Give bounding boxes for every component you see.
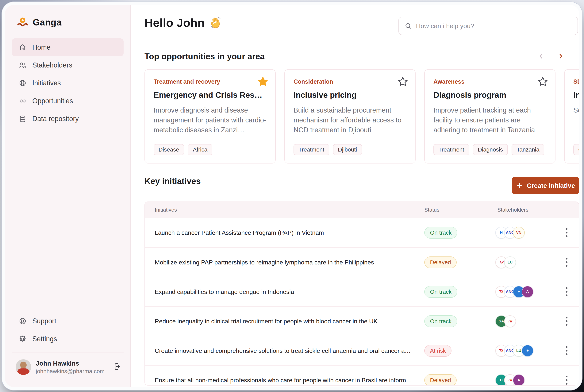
greeting-text: Hello John [144,16,205,30]
favorite-star-icon[interactable] [537,76,548,87]
table-row[interactable]: Create innovative and comprehensive solu… [145,336,579,365]
stakeholder-logo-luth: LU [504,256,516,268]
sidebar-divider [12,352,124,352]
tag: Treatment [434,144,469,155]
stakeholder-logo-apca: A [513,374,525,386]
tag: Diagnosis [473,144,508,155]
sidebar-item-settings[interactable]: Settings [12,330,124,348]
search-bar [398,17,578,35]
app-window: Ganga Home Stakeholders Initiatives Oppo… [5,5,579,387]
table-row[interactable]: Ensure that all non-medical professional… [145,365,579,386]
waving-hand-icon [208,16,223,30]
status-badge: On track [424,286,457,298]
logout-icon [112,362,122,371]
sidebar-item-stakeholders[interactable]: Stakeholders [12,56,124,74]
brand-name: Ganga [33,17,62,28]
table-header: Initiatives Status Stakeholders [145,202,579,218]
stakeholder-logos: CTkA [496,374,525,386]
search-input[interactable] [416,22,572,30]
card-title: Inclusive pricing [294,90,406,100]
status-badge: Delayed [424,256,457,268]
user-profile: John Hawkins johnhawkins@pharma.com [16,359,123,376]
stakeholder-logos: HANOVN [496,227,525,238]
kebab-menu-button[interactable] [562,285,571,298]
card-description: Scale to dia faith- [573,105,579,115]
kebab-menu-button[interactable] [562,344,571,358]
card-title: Diagnosis program [434,90,546,100]
home-icon [19,43,26,51]
logout-button[interactable] [112,362,122,371]
initiative-title: Launch a cancer Patient Assistance Progr… [155,229,324,236]
initiatives-table: Initiatives Status Stakeholders Launch a… [144,202,579,386]
initiative-title: Ensure that all non-medical professional… [155,376,412,384]
kebab-menu-button[interactable] [562,374,571,386]
status-badge: At risk [424,345,452,357]
sidebar-item-initiatives[interactable]: Initiatives [12,74,124,92]
card-tags: Treatment Djibouti [294,144,362,155]
ganga-logo-icon [16,16,29,28]
initiatives-section-title: Key initiatives [144,176,201,186]
stakeholder-logo-vnpharma: VN [513,227,525,238]
opportunity-cards: Treatment and recovery Emergency and Cri… [144,69,579,165]
tag: Treatment [294,144,329,155]
sidebar-footer-nav: Support Settings [12,312,124,348]
table-row[interactable]: Reduce inequality in clinical trial recr… [145,306,579,336]
kebab-menu-button[interactable] [562,226,571,239]
table-row[interactable]: Mobilize existing PAP partnerships to re… [145,247,579,277]
globe-icon [19,79,26,87]
plus-icon [516,182,523,189]
chevron-left-icon [537,52,545,60]
carousel-prev-button[interactable] [535,50,547,62]
initiative-title: Reduce inequality in clinical trial recr… [155,318,378,325]
sidebar-item-home[interactable]: Home [12,38,124,56]
opportunity-card[interactable]: Consideration Inclusive pricing Build a … [284,69,416,164]
card-category: Consideration [294,78,406,85]
tag: Care [573,144,579,155]
status-badge: On track [424,227,457,238]
sidebar-item-support[interactable]: Support [12,312,124,330]
sidebar-item-label: Stakeholders [32,61,72,69]
chevron-right-icon [557,52,564,60]
stakeholder-logo-takeda: Tk [504,316,516,327]
status-badge: Delayed [424,374,457,386]
carousel-next-button[interactable] [555,50,566,62]
card-category: Awareness [434,78,546,85]
sidebar-item-label: Support [32,317,56,325]
favorite-star-icon[interactable] [397,76,408,87]
user-email: johnhawkins@pharma.com [36,368,104,374]
page-title: Hello John [144,16,222,30]
column-header-stakeholders: Stakeholders [497,202,528,218]
stakeholder-logos: TkANO+A [496,286,534,298]
initiative-title: Create innovative and comprehensive solu… [155,347,411,354]
table-row[interactable]: Launch a cancer Patient Assistance Progr… [145,218,579,247]
create-initiative-button[interactable]: Create initiative [512,177,579,194]
tag: Disease [154,144,184,155]
kebab-menu-button[interactable] [562,315,571,328]
initiative-title: Expand capabilities to manage dengue in … [155,288,294,295]
sidebar-item-label: Initiatives [32,79,61,87]
stakeholder-logos: TkLU [496,256,516,268]
stakeholder-logo-hosp: + [522,345,534,357]
favorite-star-icon[interactable] [258,76,268,87]
sidebar-item-label: Data repository [32,115,79,123]
card-title: Emergency and Crisis Respon… [154,90,266,100]
infinity-icon [19,97,26,105]
opportunity-card-clipped[interactable]: SDOH Inclu Scale to dia faith- Care [564,69,579,164]
column-header-initiatives: Initiatives [155,202,177,218]
sidebar-item-label: Opportunities [32,97,73,105]
user-name: John Hawkins [36,360,79,367]
sidebar-item-data-repository[interactable]: Data repository [12,110,124,128]
opportunity-card[interactable]: Treatment and recovery Emergency and Cri… [144,69,276,164]
card-tags: Care [573,144,579,155]
sidebar-item-opportunities[interactable]: Opportunities [12,92,124,110]
card-description: Build a sustainable procurement mechanis… [294,105,406,135]
table-row[interactable]: Expand capabilities to manage dengue in … [145,277,579,306]
kebab-menu-button[interactable] [562,256,571,269]
opportunity-card[interactable]: Awareness Diagnosis program Improve pati… [424,69,556,164]
life-buoy-icon [19,317,26,325]
gear-icon [19,335,26,343]
stakeholder-logo-apca: A [522,286,534,298]
create-initiative-label: Create initiative [527,182,575,189]
card-category: Treatment and recovery [154,78,266,85]
tag: Africa [188,144,212,155]
